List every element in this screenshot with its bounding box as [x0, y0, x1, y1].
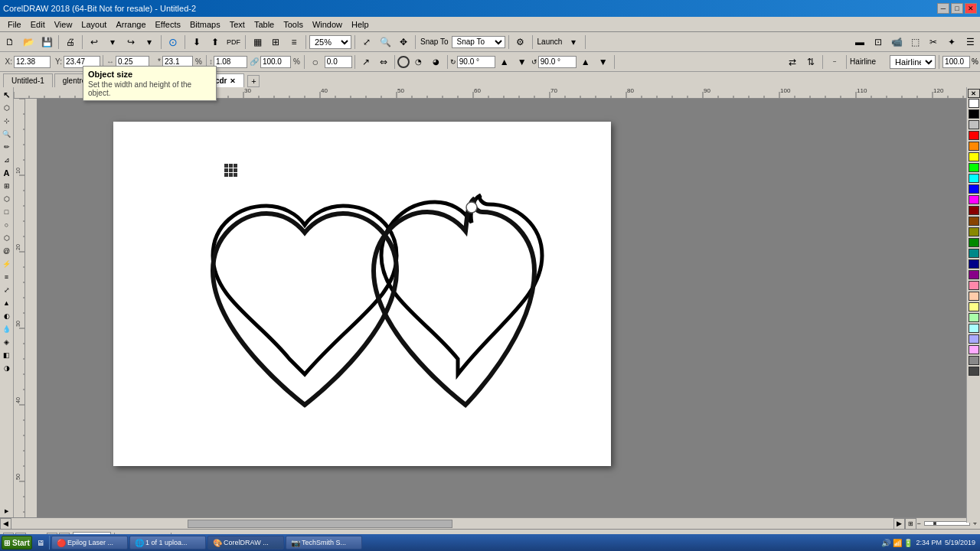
- new-tab-button[interactable]: +: [247, 75, 260, 87]
- text-tool[interactable]: A: [1, 167, 13, 179]
- zoom-tool[interactable]: 🔍: [1, 128, 13, 140]
- options-btn3[interactable]: 📹: [888, 34, 905, 50]
- ellipse-type2[interactable]: ◔: [410, 54, 427, 70]
- fill-tool[interactable]: ▲: [1, 297, 13, 309]
- settings-btn[interactable]: ⚙: [512, 34, 529, 50]
- measure-tool[interactable]: ≡: [1, 271, 13, 283]
- interactive-fill[interactable]: ◈: [1, 336, 13, 348]
- hscroll-left[interactable]: ◀: [0, 518, 11, 530]
- resize-btn2[interactable]: ⇔: [375, 54, 392, 70]
- menu-item-effects[interactable]: Effects: [151, 19, 185, 30]
- color-black[interactable]: [969, 109, 979, 119]
- ellipse-type1[interactable]: [397, 56, 410, 68]
- color-green[interactable]: [969, 163, 979, 172]
- color-lightyellow[interactable]: [969, 302, 979, 311]
- transparency-tool[interactable]: ◑: [1, 362, 13, 374]
- menu-item-arrange[interactable]: Arrange: [111, 19, 150, 30]
- taskbar-techsmith[interactable]: 📷 TechSmith S...: [286, 536, 362, 549]
- view-toggle3[interactable]: ≡: [286, 34, 302, 50]
- crop-tool[interactable]: ⊹: [1, 115, 13, 127]
- corel-icon[interactable]: ⊙: [165, 34, 181, 50]
- color-pink[interactable]: [969, 281, 979, 290]
- circle-val[interactable]: [325, 56, 352, 68]
- options-btn1[interactable]: ▬: [851, 34, 868, 50]
- node-tool[interactable]: ⬡: [1, 102, 13, 114]
- height-pct[interactable]: [260, 56, 291, 68]
- menu-item-layout[interactable]: Layout: [77, 19, 111, 30]
- end-angle-down[interactable]: ▼: [595, 54, 612, 70]
- select-tool[interactable]: ↖: [1, 89, 13, 101]
- color-peach[interactable]: [969, 292, 979, 301]
- color-lightgreen[interactable]: [969, 313, 979, 322]
- snap-selector[interactable]: Snap To: [452, 36, 505, 48]
- taskbar-epilog[interactable]: 🔴 Epilog Laser ...: [51, 536, 128, 549]
- print-button[interactable]: 🖨: [62, 34, 79, 50]
- menu-item-edit[interactable]: Edit: [26, 19, 50, 30]
- x-input[interactable]: [14, 56, 51, 68]
- start-button[interactable]: ⊞ Start: [2, 536, 32, 549]
- taskbar-upload[interactable]: 🌐 1 of 1 uploa...: [129, 536, 206, 549]
- shadow-tool[interactable]: ◧: [1, 349, 13, 361]
- redo-button[interactable]: ↪: [122, 34, 139, 50]
- height-input[interactable]: [214, 56, 247, 68]
- smart-fill[interactable]: ◐: [1, 310, 13, 322]
- connector-tool[interactable]: ⚡: [1, 258, 13, 270]
- shape-tool[interactable]: □: [1, 206, 13, 218]
- pdf-btn[interactable]: PDF: [225, 34, 242, 50]
- table-tool[interactable]: ⊞: [1, 180, 13, 192]
- start-angle[interactable]: [457, 56, 495, 68]
- circle-btn[interactable]: ○: [307, 54, 324, 70]
- horizontal-scrollbar[interactable]: ◀ ▶ ⊞ − +: [0, 517, 980, 529]
- full-screen[interactable]: ⤢: [358, 34, 375, 50]
- options-btn6[interactable]: ✦: [943, 34, 960, 50]
- mirror-h[interactable]: ⇄: [784, 54, 801, 70]
- view-toggle[interactable]: ▦: [249, 34, 266, 50]
- hscroll-thumb[interactable]: [188, 520, 452, 528]
- stroke-selector[interactable]: Hairline: [890, 55, 936, 69]
- undo-button[interactable]: ↩: [86, 34, 103, 50]
- color-teal[interactable]: [969, 249, 979, 258]
- color-brown[interactable]: [969, 217, 979, 226]
- color-lightblue[interactable]: [969, 334, 979, 344]
- new-button[interactable]: 🗋: [2, 34, 18, 50]
- show-desktop[interactable]: 🖥: [34, 536, 47, 549]
- options-btn7[interactable]: ☰: [962, 34, 978, 50]
- undo-dropdown[interactable]: ▾: [104, 34, 121, 50]
- parallel-tool[interactable]: ⬡: [1, 193, 13, 205]
- polygon-tool[interactable]: ⬡: [1, 232, 13, 244]
- launch-dropdown[interactable]: ▾: [565, 34, 582, 50]
- end-angle[interactable]: [538, 56, 577, 68]
- menu-item-view[interactable]: View: [50, 19, 77, 30]
- ellipse-handle[interactable]: [466, 202, 477, 213]
- zoom-options[interactable]: 🔍: [377, 34, 394, 50]
- menu-item-bitmaps[interactable]: Bitmaps: [185, 19, 225, 30]
- view-toggle2[interactable]: ⊞: [267, 34, 284, 50]
- menu-item-help[interactable]: Help: [347, 19, 374, 30]
- color-orange[interactable]: [969, 142, 979, 151]
- options-btn5[interactable]: ✂: [925, 34, 942, 50]
- stroke-width[interactable]: [942, 56, 970, 68]
- color-gray[interactable]: [969, 120, 979, 129]
- freehand-tool[interactable]: ✏: [1, 141, 13, 153]
- color-darkblue[interactable]: [969, 259, 979, 269]
- taskbar-coreldraw[interactable]: 🎨 CorelDRAW ...: [207, 536, 284, 549]
- menu-item-table[interactable]: Table: [250, 19, 279, 30]
- color-midgray[interactable]: [969, 356, 979, 365]
- menu-item-text[interactable]: Text: [225, 19, 250, 30]
- open-button[interactable]: 📂: [20, 34, 37, 50]
- zoom-slider-thumb[interactable]: [933, 522, 936, 525]
- color-purple[interactable]: [969, 270, 979, 279]
- no-color-swatch[interactable]: ✕: [968, 89, 980, 98]
- ellipse-tool[interactable]: ○: [1, 219, 13, 231]
- angle-down[interactable]: ▼: [514, 54, 531, 70]
- to-curve[interactable]: ~: [826, 54, 843, 70]
- zoom-out-btn[interactable]: −: [916, 520, 920, 527]
- blend-tool[interactable]: ⤢: [1, 284, 13, 296]
- resize-btn1[interactable]: ↗: [358, 54, 374, 70]
- color-yellow[interactable]: [969, 152, 979, 161]
- color-lightmagenta[interactable]: [969, 345, 979, 354]
- color-lightcyan[interactable]: [969, 324, 979, 333]
- hscroll-right[interactable]: ▶: [893, 518, 905, 530]
- color-red[interactable]: [969, 131, 979, 140]
- color-magenta[interactable]: [969, 195, 979, 204]
